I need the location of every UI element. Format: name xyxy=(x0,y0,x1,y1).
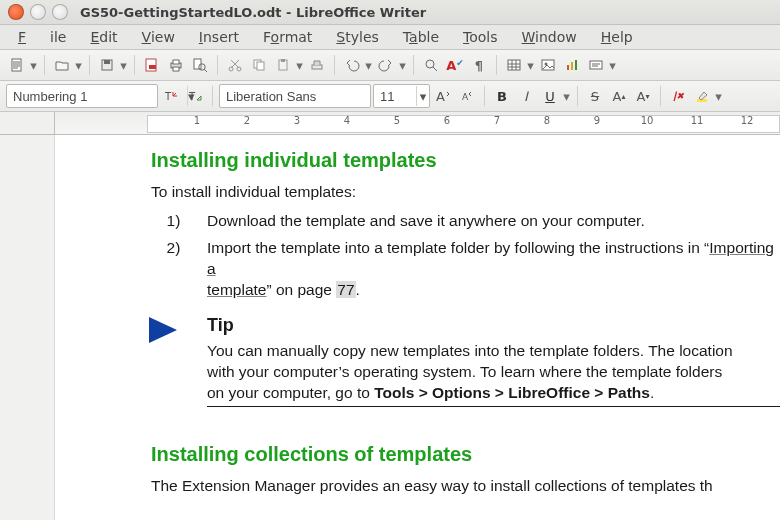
ruler-tick: 4 xyxy=(344,115,350,126)
heading: Installing collections of templates xyxy=(151,441,780,468)
svg-marker-30 xyxy=(149,317,177,343)
svg-rect-6 xyxy=(173,60,179,64)
heading: Installing individual templates xyxy=(151,147,780,174)
tip-body: You can manually copy new templates into… xyxy=(207,341,780,407)
menu-table[interactable]: Table xyxy=(391,27,451,47)
menu-window[interactable]: Window xyxy=(510,27,589,47)
paragraph-style-combo[interactable]: ▾ xyxy=(6,84,158,108)
new-document-dropdown[interactable]: ▾ xyxy=(29,58,38,73)
svg-rect-22 xyxy=(571,62,573,70)
clone-formatting-button[interactable] xyxy=(306,54,328,76)
ruler-tick: 3 xyxy=(294,115,300,126)
maximize-icon[interactable] xyxy=(52,4,68,20)
menu-format[interactable]: Format xyxy=(251,27,324,47)
new-document-button[interactable] xyxy=(6,54,28,76)
svg-rect-4 xyxy=(149,65,156,69)
ruler-tick: 11 xyxy=(691,115,704,126)
svg-rect-2 xyxy=(104,60,110,64)
document-page[interactable]: Installing individual templates To insta… xyxy=(54,135,780,520)
svg-rect-15 xyxy=(281,59,285,62)
bold-button[interactable]: B xyxy=(491,85,513,107)
menu-file[interactable]: File xyxy=(6,27,78,47)
menu-tools[interactable]: Tools xyxy=(451,27,510,47)
underline-button[interactable]: U xyxy=(539,85,561,107)
subscript-button[interactable]: A▾ xyxy=(632,85,654,107)
print-preview-button[interactable] xyxy=(189,54,211,76)
menu-styles[interactable]: Styles xyxy=(324,27,390,47)
ruler-tick: 5 xyxy=(394,115,400,126)
window-title: GS50-GettingStartedLO.odt - LibreOffice … xyxy=(80,5,426,20)
open-button[interactable] xyxy=(51,54,73,76)
ruler: 12345678910111213 xyxy=(0,112,780,135)
minimize-icon[interactable] xyxy=(30,4,46,20)
toolbar-standard: ▾ ▾ ▾ ▾ ▾ xyxy=(0,50,780,81)
open-dropdown[interactable]: ▾ xyxy=(74,58,83,73)
strikethrough-button[interactable]: S xyxy=(584,85,606,107)
svg-text:A: A xyxy=(462,92,469,102)
horizontal-ruler[interactable]: 12345678910111213 xyxy=(55,112,780,134)
ruler-tick: 6 xyxy=(444,115,450,126)
list-item: Import the template into a template fold… xyxy=(189,238,780,301)
close-icon[interactable] xyxy=(8,4,24,20)
svg-text:T: T xyxy=(164,91,172,102)
update-style-button[interactable]: T xyxy=(160,85,182,107)
undo-button[interactable] xyxy=(341,54,363,76)
redo-button[interactable] xyxy=(375,54,397,76)
svg-rect-7 xyxy=(173,67,179,71)
paragraph: The Extension Manager provides an easy w… xyxy=(151,476,780,497)
ruler-tick: 9 xyxy=(594,115,600,126)
print-button[interactable] xyxy=(165,54,187,76)
save-dropdown[interactable]: ▾ xyxy=(119,58,128,73)
font-size-input[interactable] xyxy=(374,86,416,106)
toolbar-formatting: ▾ T T ▾ ▾ A A B I U ▾ S A▴ A▾ I✖ ▾ xyxy=(0,81,780,112)
menu-help[interactable]: Help xyxy=(589,27,645,47)
insert-textbox-button[interactable] xyxy=(585,54,607,76)
copy-button[interactable] xyxy=(248,54,270,76)
italic-button[interactable]: I xyxy=(515,85,537,107)
shrink-font-button[interactable]: A xyxy=(456,85,478,107)
tip-arrow-icon xyxy=(147,315,181,351)
font-size-combo[interactable]: ▾ xyxy=(373,84,430,108)
insert-table-dropdown[interactable]: ▾ xyxy=(526,58,535,73)
export-pdf-button[interactable] xyxy=(141,54,163,76)
ruler-tick: 12 xyxy=(741,115,754,126)
ruler-tick: 10 xyxy=(641,115,654,126)
chevron-down-icon[interactable]: ▾ xyxy=(416,86,429,106)
grow-font-button[interactable]: A xyxy=(432,85,454,107)
save-button[interactable] xyxy=(96,54,118,76)
document-viewport: Installing individual templates To insta… xyxy=(0,135,780,520)
clear-formatting-button[interactable]: I✖ xyxy=(667,85,689,107)
svg-rect-13 xyxy=(257,62,264,70)
ruler-tick: 8 xyxy=(544,115,550,126)
cross-reference[interactable]: template xyxy=(207,281,266,298)
redo-dropdown[interactable]: ▾ xyxy=(398,58,407,73)
cut-button[interactable] xyxy=(224,54,246,76)
paste-dropdown[interactable]: ▾ xyxy=(295,58,304,73)
menu-view[interactable]: View xyxy=(130,27,187,47)
menu-edit[interactable]: Edit xyxy=(78,27,129,47)
undo-dropdown[interactable]: ▾ xyxy=(364,58,373,73)
tip-label: Tip xyxy=(207,313,780,337)
find-button[interactable] xyxy=(420,54,442,76)
insert-chart-button[interactable] xyxy=(561,54,583,76)
svg-rect-23 xyxy=(575,60,577,70)
new-style-button[interactable]: T xyxy=(184,85,206,107)
gutter xyxy=(0,135,54,520)
formatting-marks-button[interactable]: ¶ xyxy=(468,54,490,76)
superscript-button[interactable]: A▴ xyxy=(608,85,630,107)
insert-image-button[interactable] xyxy=(537,54,559,76)
highlight-dropdown[interactable]: ▾ xyxy=(714,89,723,104)
svg-rect-21 xyxy=(567,65,569,70)
spellcheck-button[interactable]: A✔ xyxy=(444,54,466,76)
underline-dropdown[interactable]: ▾ xyxy=(562,89,571,104)
font-name-combo[interactable]: ▾ xyxy=(219,84,371,108)
menubar: File Edit View Insert Format Styles Tabl… xyxy=(0,25,780,50)
menu-insert[interactable]: Insert xyxy=(187,27,251,47)
highlight-button[interactable] xyxy=(691,85,713,107)
paste-button[interactable] xyxy=(272,54,294,76)
svg-rect-16 xyxy=(312,65,322,69)
insert-textbox-dropdown[interactable]: ▾ xyxy=(608,58,617,73)
insert-table-button[interactable] xyxy=(503,54,525,76)
paragraph: To install individual templates: xyxy=(151,182,780,203)
ruler-tick: 2 xyxy=(244,115,250,126)
